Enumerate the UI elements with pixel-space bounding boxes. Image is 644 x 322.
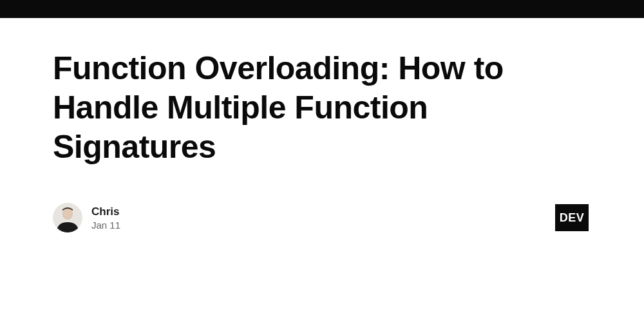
author-meta: Chris Jan 11	[91, 205, 120, 231]
top-nav-bar	[0, 0, 644, 18]
dev-logo-badge[interactable]: DEV	[555, 204, 589, 231]
author-block[interactable]: Chris Jan 11	[53, 203, 120, 232]
post-date: Jan 11	[91, 220, 120, 231]
author-avatar[interactable]	[53, 203, 82, 232]
avatar-image	[53, 203, 82, 232]
article-footer: Chris Jan 11 DEV	[53, 203, 591, 232]
svg-point-2	[63, 208, 72, 218]
article-card: Function Overloading: How to Handle Mult…	[0, 18, 644, 232]
article-title: Function Overloading: How to Handle Mult…	[53, 49, 591, 167]
author-name[interactable]: Chris	[91, 205, 120, 218]
